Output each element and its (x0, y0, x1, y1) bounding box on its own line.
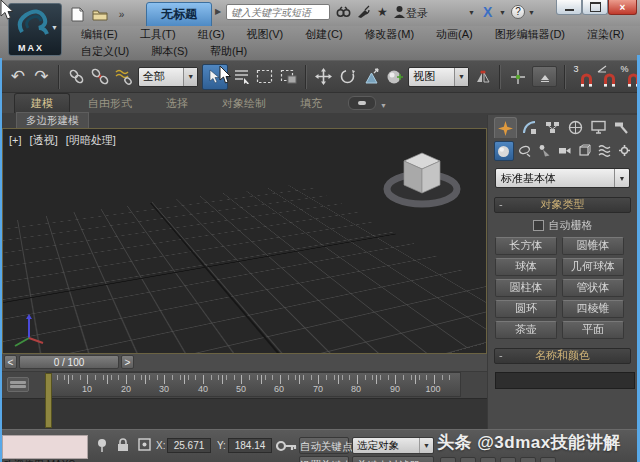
menu-customize[interactable]: 自定义(U) (70, 44, 140, 59)
communication-center-button[interactable] (356, 5, 371, 19)
menu-edit[interactable]: 编辑(E) (70, 27, 129, 42)
x-coordinate-field[interactable] (167, 438, 211, 453)
key-filters-button[interactable]: 关键点过滤器... (352, 456, 434, 462)
help-dropdown-arrow-icon[interactable]: ▼ (528, 9, 535, 16)
tab-modify[interactable] (519, 117, 540, 137)
sign-in-avatar-icon[interactable] (393, 5, 406, 19)
ribbon-tab-object-paint[interactable]: 对象绘制 (206, 94, 282, 113)
set-key-button[interactable]: 设置关键点 (299, 456, 349, 462)
close-button[interactable]: × (608, 0, 637, 15)
primitive-category-dropdown[interactable]: 标准基本体 ▼ (495, 168, 630, 188)
set-keys-key-icon[interactable] (276, 438, 298, 454)
ribbon-options-button[interactable] (348, 96, 376, 110)
login-label[interactable]: 登录 (406, 6, 428, 21)
menu-rendering[interactable]: 渲染(R) (576, 27, 635, 42)
login-dropdown-arrow-icon[interactable]: ▼ (468, 9, 475, 16)
open-file-button[interactable] (90, 5, 109, 23)
object-name-field[interactable] (495, 372, 635, 389)
menu-tools[interactable]: 工具(T) (129, 27, 187, 42)
menu-help[interactable]: 帮助(H) (199, 44, 258, 59)
next-frame-button[interactable]: > (121, 355, 134, 369)
playback-controls-clipped[interactable] (440, 457, 556, 462)
menu-scripting[interactable]: 脚本(S) (140, 44, 199, 59)
category-cameras[interactable] (556, 141, 574, 159)
maxscript-mini-listener[interactable] (2, 435, 88, 459)
search-input[interactable] (226, 4, 330, 20)
search-help-button[interactable] (336, 5, 351, 19)
track-bar[interactable]: 0 10 20 30 40 50 60 70 80 90 100 (2, 372, 487, 398)
torus-button[interactable]: 圆环 (495, 300, 557, 318)
favorites-star-icon[interactable]: ★ (377, 5, 388, 19)
category-systems[interactable] (615, 141, 633, 159)
minimize-button[interactable] (556, 0, 582, 15)
tab-utilities[interactable] (611, 117, 632, 137)
category-geometry[interactable] (494, 141, 514, 161)
application-menu-button[interactable]: MAX ▼ (8, 3, 62, 56)
maximize-button[interactable] (582, 0, 608, 15)
bind-to-space-warp-button[interactable] (114, 65, 134, 89)
snaps-use-center-button[interactable] (508, 65, 528, 89)
quick-access-expand-button[interactable]: » (112, 5, 131, 23)
snap-toggle-3d-button[interactable]: 3 (573, 65, 593, 89)
plane-button[interactable]: 平面 (562, 321, 624, 339)
ribbon-tab-freeform[interactable]: 自由形式 (72, 94, 148, 113)
menu-modifiers[interactable]: 修改器(M) (354, 27, 426, 42)
select-and-manipulate-button[interactable] (385, 65, 405, 89)
mini-curve-editor-button[interactable] (7, 377, 29, 392)
object-type-rollout-header[interactable]: - 对象类型 (494, 197, 631, 213)
document-title-tab[interactable]: 无标题 (146, 2, 212, 27)
autogrid-checkbox[interactable] (533, 220, 544, 231)
cylinder-button[interactable]: 圆柱体 (495, 279, 557, 297)
category-helpers[interactable] (575, 141, 593, 159)
selection-filter-dropdown[interactable]: 全部 ▼ (138, 67, 199, 87)
ribbon-tab-modeling[interactable]: 建模 (14, 93, 70, 113)
ribbon-toggle-button[interactable] (532, 66, 557, 87)
mirror-button[interactable] (473, 65, 493, 89)
tab-display[interactable] (588, 117, 609, 137)
redo-button[interactable]: ↷ (32, 65, 52, 89)
select-by-name-button[interactable] (232, 65, 252, 89)
menu-create[interactable]: 创建(C) (294, 27, 353, 42)
undo-button[interactable]: ↶ (8, 65, 28, 89)
timeline-ruler[interactable]: 0 10 20 30 40 50 60 70 80 90 100 (46, 372, 461, 397)
cone-button[interactable]: 圆锥体 (562, 237, 624, 255)
absolute-offset-toggle-icon[interactable] (137, 437, 152, 452)
name-color-rollout-header[interactable]: - 名称和颜色 (494, 348, 631, 364)
viewport-general-menu[interactable]: [+] (9, 134, 22, 146)
menu-graph-editors[interactable]: 图形编辑器(D) (484, 27, 576, 42)
unlink-selection-button[interactable] (91, 65, 111, 89)
exchange-apps-icon[interactable]: X (483, 4, 492, 20)
tab-create[interactable] (494, 117, 517, 138)
auto-key-button[interactable]: 自动关键点 (299, 437, 349, 454)
viewcube[interactable] (370, 141, 474, 219)
selection-set-dropdown[interactable]: 选定对象 ▼ (352, 437, 434, 454)
title-expand-arrow-icon[interactable]: ▶ (215, 7, 221, 16)
ribbon-options-arrow-icon[interactable]: ▼ (380, 102, 387, 109)
menu-civil-view[interactable]: Civil View (635, 29, 640, 41)
angle-snap-toggle-button[interactable] (597, 65, 617, 89)
selection-lock-icon[interactable] (117, 438, 129, 452)
time-slider-handle[interactable]: 0 / 100 (19, 355, 119, 369)
viewport-shading-menu[interactable]: [明暗处理] (66, 134, 116, 146)
category-lights[interactable] (536, 141, 554, 159)
category-space-warps[interactable] (595, 141, 613, 159)
track-bar-keys-area[interactable] (2, 398, 487, 430)
current-frame-marker[interactable] (45, 373, 52, 428)
exchange-dropdown-arrow-icon[interactable]: ▼ (499, 9, 506, 16)
window-crossing-toggle-button[interactable] (279, 65, 299, 89)
tab-motion[interactable] (565, 117, 586, 137)
category-shapes[interactable] (516, 141, 534, 159)
select-and-rotate-button[interactable] (338, 65, 358, 89)
select-and-scale-button[interactable] (361, 65, 381, 89)
teapot-button[interactable]: 茶壶 (495, 321, 557, 339)
time-slider-track[interactable]: < 0 / 100 > (2, 354, 487, 372)
ribbon-tab-populate[interactable]: 填充 (284, 94, 338, 113)
ribbon-panel-polygon-modeling[interactable]: 多边形建模 (16, 112, 89, 129)
isolate-pin-icon[interactable] (96, 438, 108, 452)
viewport-pov-menu[interactable]: [透视] (30, 134, 58, 146)
rectangular-selection-region-button[interactable] (255, 65, 275, 89)
geosphere-button[interactable]: 几何球体 (562, 258, 624, 276)
tube-button[interactable]: 管状体 (562, 279, 624, 297)
select-and-link-button[interactable] (67, 65, 87, 89)
select-and-move-button[interactable] (314, 65, 334, 89)
